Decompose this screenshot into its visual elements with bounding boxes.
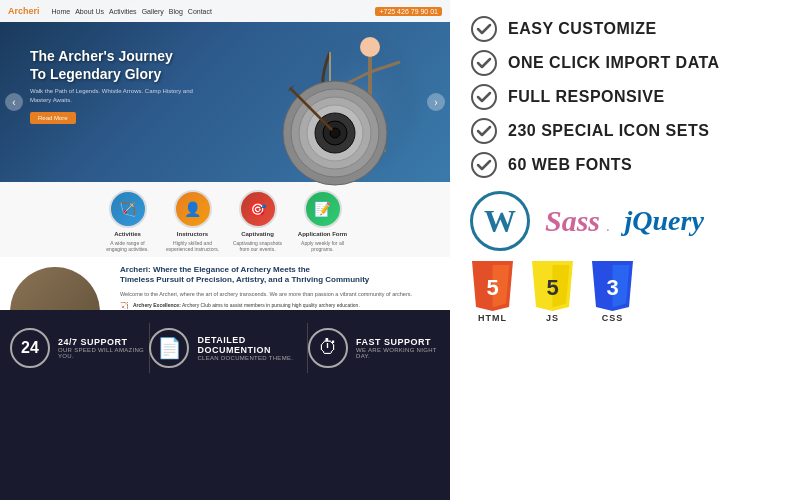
feature-label-5: 60 WEB FONTS xyxy=(508,156,632,174)
phone-number: +725 426 79 90 01 xyxy=(375,7,442,16)
check-icon-1 xyxy=(470,15,498,43)
about-point-icon-1: 🏹 xyxy=(120,302,129,310)
mockup-nav-links: Home About Us Activities Gallery Blog Co… xyxy=(52,8,212,15)
right-panel: EASY CUSTOMIZE ONE CLICK IMPORT DATA FUL… xyxy=(450,0,800,500)
check-icon-5 xyxy=(470,151,498,179)
docs-icon-wrap: 📄 xyxy=(149,328,189,368)
activity-desc-2: Highly skilled and experienced instructo… xyxy=(165,240,220,252)
left-panel: Archeri Home About Us Activities Gallery… xyxy=(0,0,450,500)
about-point-1: 🏹 Archery Excellence: Archery Club aims … xyxy=(120,302,440,310)
tech-row-1: W Sass . jQuery xyxy=(470,191,780,251)
nav-link-contact[interactable]: Contact xyxy=(188,8,212,15)
svg-point-19 xyxy=(472,17,496,41)
check-icon-2 xyxy=(470,49,498,77)
activities-row: 🏹 Activities A wide range of engaging ac… xyxy=(15,190,435,252)
feature-list: EASY CUSTOMIZE ONE CLICK IMPORT DATA FUL… xyxy=(470,15,780,179)
feature-item-4: 230 SPECIAL ICON SETS xyxy=(470,117,780,145)
svg-point-1 xyxy=(360,37,380,57)
about-image xyxy=(10,267,100,310)
nav-link-gallery[interactable]: Gallery xyxy=(142,8,164,15)
html5-badge: 5 HTML xyxy=(470,259,515,323)
sass-dot: . xyxy=(607,222,610,233)
activity-item-4: 📝 Application Form Apply weekly for all … xyxy=(295,190,350,252)
css3-badge: 3 CSS xyxy=(590,259,635,323)
feature-label-4: 230 SPECIAL ICON SETS xyxy=(508,122,709,140)
fast-title: FAST SUPPORT xyxy=(356,337,440,347)
support-subtitle: OUR SPEED WILL AMAZING YOU. xyxy=(58,347,149,359)
feature-item-2: ONE CLICK IMPORT DATA xyxy=(470,49,780,77)
activity-item-2: 👤 Instructors Highly skilled and experie… xyxy=(165,190,220,252)
docs-icon: 📄 xyxy=(157,336,182,360)
svg-point-23 xyxy=(472,153,496,177)
fast-subtitle: WE ARE WORKING NIGHT DAY. xyxy=(356,347,440,359)
svg-point-20 xyxy=(472,51,496,75)
svg-point-22 xyxy=(472,119,496,143)
bottom-bar: 24 24/7 SUPPORT OUR SPEED WILL AMAZING Y… xyxy=(0,310,450,385)
jquery-logo: jQuery xyxy=(625,205,704,237)
hero-next-arrow[interactable]: › xyxy=(427,93,445,111)
activity-circle-4: 📝 xyxy=(304,190,342,228)
about-point-text-1: Archery Excellence: Archery Club aims to… xyxy=(133,302,360,309)
website-mockup: Archeri Home About Us Activities Gallery… xyxy=(0,0,450,310)
jquery-text: jQuery xyxy=(625,205,704,236)
svg-text:3: 3 xyxy=(606,275,618,300)
check-icon-4 xyxy=(470,117,498,145)
hero-read-more-button[interactable]: Read More xyxy=(30,112,76,124)
activity-label-1: Activities xyxy=(114,231,141,237)
hero-text-area: The Archer's JourneyTo Legendary Glory W… xyxy=(30,47,210,124)
bottom-item-support: 24 24/7 SUPPORT OUR SPEED WILL AMAZING Y… xyxy=(10,328,149,368)
support-text: 24/7 SUPPORT OUR SPEED WILL AMAZING YOU. xyxy=(58,337,149,359)
html5-shield-svg: 5 xyxy=(470,259,515,311)
feature-label-3: FULL RESPONSIVE xyxy=(508,88,665,106)
js-label: JS xyxy=(546,313,559,323)
activity-desc-3: Captivating snapshots from our events. xyxy=(230,240,285,252)
tech-section: W Sass . jQuery 5 HTML xyxy=(470,191,780,323)
sass-logo: Sass . xyxy=(545,204,610,238)
about-content: Archeri: Where the Elegance of Archery M… xyxy=(110,257,450,310)
docs-title: DETAILED DOCUMENTION xyxy=(197,335,307,355)
js-shield-svg: 5 xyxy=(530,259,575,311)
support-icon-wrap: 24 xyxy=(10,328,50,368)
nav-link-about[interactable]: About Us xyxy=(75,8,104,15)
feature-item-3: FULL RESPONSIVE xyxy=(470,83,780,111)
hero-prev-arrow[interactable]: ‹ xyxy=(5,93,23,111)
fast-text: FAST SUPPORT WE ARE WORKING NIGHT DAY. xyxy=(356,337,440,359)
about-title: Archeri: Where the Elegance of Archery M… xyxy=(120,265,440,286)
support-24-icon: 24 xyxy=(21,339,39,357)
activity-circle-1: 🏹 xyxy=(109,190,147,228)
feature-label-2: ONE CLICK IMPORT DATA xyxy=(508,54,720,72)
html5-label: HTML xyxy=(478,313,507,323)
css3-label: CSS xyxy=(602,313,624,323)
nav-link-activities[interactable]: Activities xyxy=(109,8,137,15)
docs-subtitle: CLEAN DOCUMENTED THEME. xyxy=(197,355,307,361)
activity-label-4: Application Form xyxy=(298,231,347,237)
fast-icon: ⏱ xyxy=(318,336,338,359)
nav-link-blog[interactable]: Blog xyxy=(169,8,183,15)
activity-desc-4: Apply weekly for all programs. xyxy=(295,240,350,252)
bottom-item-fast: ⏱ FAST SUPPORT WE ARE WORKING NIGHT DAY. xyxy=(308,328,440,368)
svg-text:5: 5 xyxy=(486,275,498,300)
docs-text: DETAILED DOCUMENTION CLEAN DOCUMENTED TH… xyxy=(197,335,307,361)
bottom-item-docs: 📄 DETAILED DOCUMENTION CLEAN DOCUMENTED … xyxy=(149,328,307,368)
support-title: 24/7 SUPPORT xyxy=(58,337,149,347)
mockup-nav: Archeri Home About Us Activities Gallery… xyxy=(0,0,450,22)
feature-item-1: EASY CUSTOMIZE xyxy=(470,15,780,43)
svg-text:5: 5 xyxy=(546,275,558,300)
nav-link-home[interactable]: Home xyxy=(52,8,71,15)
activity-label-3: Captivating xyxy=(241,231,274,237)
feature-item-5: 60 WEB FONTS xyxy=(470,151,780,179)
activity-item-1: 🏹 Activities A wide range of engaging ac… xyxy=(100,190,155,252)
hero-subtitle: Walk the Path of Legends. Whistle Arrows… xyxy=(30,87,210,104)
about-intro: Welcome to the Archeri, where the art of… xyxy=(120,291,440,299)
about-section: Archeri: Where the Elegance of Archery M… xyxy=(0,257,450,310)
activity-desc-1: A wide range of engaging activities. xyxy=(100,240,155,252)
js-badge: 5 JS xyxy=(530,259,575,323)
wordpress-letter: W xyxy=(484,203,516,240)
mockup-logo: Archeri xyxy=(8,6,40,16)
css3-shield-svg: 3 xyxy=(590,259,635,311)
check-icon-3 xyxy=(470,83,498,111)
activity-circle-3: 🎯 xyxy=(239,190,277,228)
wordpress-logo: W xyxy=(470,191,530,251)
feature-label-1: EASY CUSTOMIZE xyxy=(508,20,657,38)
activity-label-2: Instructors xyxy=(177,231,208,237)
